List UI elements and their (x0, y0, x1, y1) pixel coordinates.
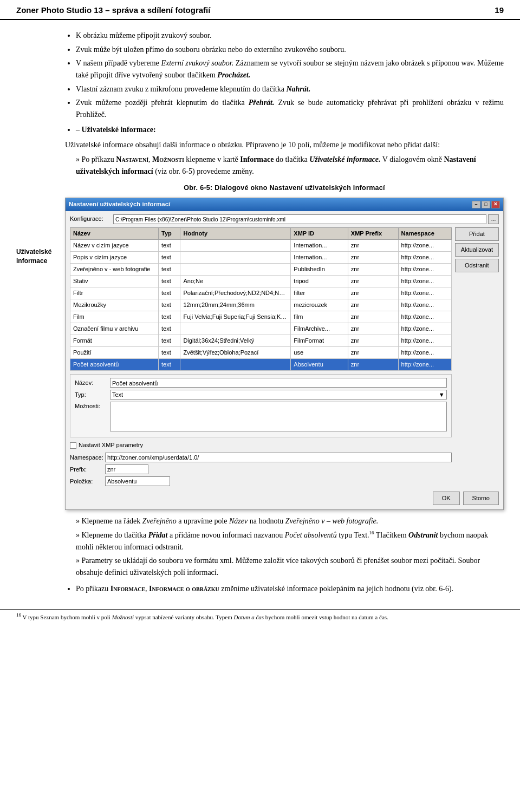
minimize-button[interactable]: – (472, 201, 480, 208)
bullet-item-1: K obrázku můžeme připojit zvukový soubor… (76, 30, 504, 42)
table-row[interactable]: Název v cizím jazycetextInternation...zn… (70, 239, 452, 251)
close-button[interactable]: ✕ (491, 201, 500, 208)
dialog-title: Nastavení uživatelských informací (69, 200, 170, 209)
table-row[interactable]: Zveřejněno v - web fotografietextPublish… (70, 263, 452, 275)
detail-nazev-row: Název: Počet absolventů (75, 378, 447, 388)
section-text1: Uživatelské informace obsahují další inf… (65, 139, 504, 151)
xmp-fields: Namespace: http://zoner.com/xmp/userdata… (70, 453, 452, 486)
namespace-input[interactable]: http://zoner.com/xmp/userdata/1.0/ (105, 453, 452, 462)
odstranit-button[interactable]: Odstranit (455, 259, 499, 272)
header-title: Zoner Photo Studio 13 – správa a sdílení… (16, 5, 210, 15)
dialog-bottom-buttons: OK Storno (70, 492, 499, 505)
dialog-titlebar: Nastavení uživatelských informací – □ ✕ (66, 198, 503, 211)
sidebar-label: Uživatelskéinformace (16, 247, 60, 266)
dialog-window: Nastavení uživatelských informací – □ ✕ … (65, 198, 504, 510)
polozka-label: Položka: (70, 477, 105, 486)
aktualizovat-button[interactable]: Aktualizovat (455, 243, 499, 257)
prefix-row: Prefix: znr (70, 464, 452, 474)
table-row[interactable]: FiltrtextPolarizační;Přechodový;ND2;ND4;… (70, 287, 452, 299)
col-namespace: Namespace (398, 227, 451, 239)
xmp-checkbox-label: Nastavit XMP parametry (79, 441, 143, 450)
table-header-row: Název Typ Hodnoty XMP ID XMP Prefix Name… (70, 227, 452, 239)
table-row[interactable]: Popis v cizím jazycetextInternation...zn… (70, 251, 452, 263)
col-hodnoty: Hodnoty (180, 227, 291, 239)
col-xmpprefix: XMP Prefix (348, 227, 398, 239)
sidebar: Uživatelskéinformace (16, 30, 65, 598)
final-bullets: Po příkazu Informace, Informace o obrázk… (76, 583, 504, 595)
table-row[interactable]: PoužitítextZvětšit;Výřez;Obloha;Pozacíus… (70, 347, 452, 359)
main-bullets: K obrázku můžeme připojit zvukový soubor… (76, 30, 504, 121)
details-panel: Název: Počet absolventů Typ: Text ▼ (70, 374, 452, 437)
detail-typ-dropdown[interactable]: Text ▼ (110, 390, 447, 400)
page: Zoner Photo Studio 13 – správa a sdílení… (0, 0, 520, 812)
dialog-left: Název Typ Hodnoty XMP ID XMP Prefix Name… (70, 227, 452, 490)
bullet-item-2: Zvuk může být uložen přímo do souboru ob… (76, 44, 504, 56)
detail-typ-label: Typ: (75, 390, 110, 400)
polozka-input[interactable]: Absolventu (105, 476, 170, 486)
detail-typ-row: Typ: Text ▼ (75, 390, 447, 400)
after-dialog-2: » Klepneme do tlačítka Přidat a přidáme … (65, 529, 504, 553)
config-field[interactable]: C:\Program Files (x86)\Zoner\Photo Studi… (113, 214, 486, 224)
storno-button[interactable]: Storno (463, 492, 499, 505)
final-bullet-1: Po příkazu Informace, Informace o obrázk… (76, 583, 504, 595)
detail-nazev-input[interactable]: Počet absolventů (110, 378, 447, 388)
maximize-button[interactable]: □ (482, 201, 490, 208)
detail-moznosti-label: Možnosti: (75, 402, 110, 411)
polozka-row: Položka: Absolventu (70, 476, 452, 486)
prefix-input[interactable]: znr (105, 464, 148, 474)
dropdown-arrow-icon: ▼ (439, 390, 445, 400)
content-area: Uživatelskéinformace K obrázku můžeme př… (0, 30, 520, 598)
main-content: K obrázku můžeme připojit zvukový soubor… (65, 30, 504, 598)
after-dialog-1: » Klepneme na řádek Zveřejněno a upravím… (65, 515, 504, 527)
table-row[interactable]: FilmtextFuji Velvia;Fuji Superia;Fuji Se… (70, 311, 452, 323)
detail-moznosti-textarea[interactable] (110, 402, 447, 431)
dialog-right-buttons: Přidat Aktualizovat Odstranit (455, 227, 499, 490)
quote-1: » Po příkazu Nastavení, Možnosti klepnem… (65, 154, 504, 177)
col-typ: Typ (159, 227, 180, 239)
table-row[interactable]: Označení filmu v archivutextFilmArchive.… (70, 323, 452, 335)
table-row[interactable]: StativtextAno;Netripodznrhttp://zone... (70, 275, 452, 287)
bullet-item-3: V našem případě vybereme Externí zvukový… (76, 57, 504, 81)
header-page-number: 19 (495, 5, 504, 15)
table-row[interactable]: FormáttextDigitál;36x24;Středni;VelkýFil… (70, 335, 452, 347)
ok-button[interactable]: OK (433, 492, 460, 505)
config-label: Konfigurace: (70, 214, 113, 224)
figure-caption: Obr. 6-5: Dialogové okno Nastavení uživa… (65, 183, 504, 193)
col-nazev: Název (70, 227, 159, 239)
footnote-text: 16 V typu Seznam bychom mohli v poli Mož… (16, 612, 504, 621)
dash-list: Uživatelské informace: (76, 124, 504, 136)
detail-nazev-label: Název: (75, 378, 110, 388)
config-row: Konfigurace: C:\Program Files (x86)\Zone… (70, 214, 499, 224)
after-dialog-3: » Parametry se ukládají do souboru ve fo… (65, 555, 504, 578)
pridat-button[interactable]: Přidat (455, 227, 499, 241)
footnote-area: 16 V typu Seznam bychom mohli v poli Mož… (0, 609, 520, 621)
titlebar-buttons: – □ ✕ (472, 201, 500, 208)
prefix-label: Prefix: (70, 465, 105, 474)
xmp-checkbox[interactable] (70, 442, 76, 449)
table-body: Název v cizím jazycetextInternation...zn… (70, 239, 452, 371)
info-table: Název Typ Hodnoty XMP ID XMP Prefix Name… (70, 227, 452, 371)
page-header: Zoner Photo Studio 13 – správa a sdílení… (0, 0, 520, 20)
config-browse-button[interactable]: ... (488, 214, 499, 224)
namespace-label: Namespace: (70, 453, 105, 462)
namespace-row: Namespace: http://zoner.com/xmp/userdata… (70, 453, 452, 462)
section-title-item: Uživatelské informace: (76, 124, 504, 136)
dialog-main-area: Název Typ Hodnoty XMP ID XMP Prefix Name… (70, 227, 499, 490)
table-row[interactable]: Počet absolventůtextAbsolventuznrhttp://… (70, 359, 452, 371)
dialog-body: Konfigurace: C:\Program Files (x86)\Zone… (66, 211, 503, 510)
bullet-item-5: Zvuk můžeme později přehrát klepnutím do… (76, 97, 504, 120)
bullet-item-4: Vlastní záznam zvuku z mikrofonu provede… (76, 83, 504, 95)
col-xmpid: XMP ID (291, 227, 348, 239)
table-row[interactable]: Mezikroužkytext12mm;20mm;24mm;36mmmezicr… (70, 299, 452, 311)
xmp-checkbox-row: Nastavit XMP parametry (70, 441, 452, 450)
detail-moznosti-row: Možnosti: (75, 402, 447, 431)
